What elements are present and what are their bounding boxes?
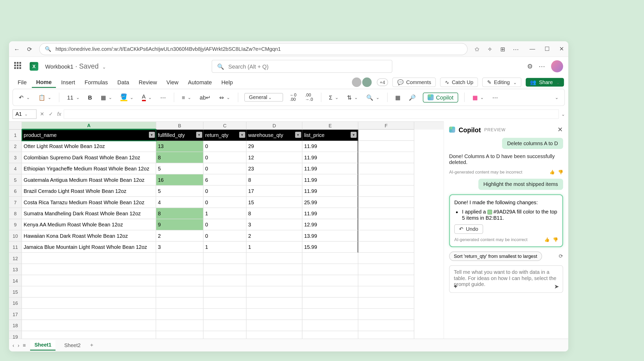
- presence-avatar[interactable]: [361, 77, 372, 88]
- formula-expand-icon[interactable]: ⌄: [561, 112, 565, 116]
- cell[interactable]: 29: [247, 141, 302, 152]
- analyze-data-button[interactable]: 🔎: [407, 94, 418, 101]
- sheet-tab[interactable]: Sheet2: [60, 340, 85, 350]
- col-header[interactable]: C: [204, 122, 247, 130]
- cell[interactable]: [204, 309, 247, 320]
- cell[interactable]: [22, 286, 156, 298]
- thumbs-up-icon[interactable]: 👍: [549, 170, 555, 174]
- cell[interactable]: 8: [247, 208, 302, 219]
- add-sheet-icon[interactable]: ＋: [89, 341, 94, 349]
- address-bar[interactable]: 🔍 https://onedrive.live.com/:w:/t/EaCKkP…: [39, 43, 468, 55]
- cell[interactable]: [358, 309, 414, 320]
- decrease-decimal-button[interactable]: .00→.0: [303, 93, 315, 102]
- row-header[interactable]: 16: [9, 298, 22, 309]
- cell[interactable]: 3: [247, 219, 302, 230]
- fx-icon[interactable]: fx: [57, 111, 61, 117]
- cell[interactable]: [156, 320, 204, 331]
- cell[interactable]: [247, 309, 302, 320]
- cell[interactable]: [22, 264, 156, 275]
- tab-file[interactable]: File: [13, 77, 31, 87]
- sheet-prev-icon[interactable]: ‹: [12, 342, 14, 348]
- cell[interactable]: 6: [204, 174, 247, 185]
- cell[interactable]: [302, 320, 358, 331]
- cell[interactable]: [22, 275, 156, 286]
- more-font-icon[interactable]: ⋯: [158, 94, 167, 101]
- cell[interactable]: [156, 298, 204, 309]
- cell[interactable]: [247, 286, 302, 298]
- cell[interactable]: 0: [204, 141, 247, 152]
- row-header[interactable]: 5: [9, 174, 22, 185]
- bold-button[interactable]: B: [86, 94, 94, 101]
- cancel-formula-icon[interactable]: ✕: [40, 111, 44, 117]
- row-header[interactable]: 13: [9, 264, 22, 275]
- cell[interactable]: [302, 253, 358, 264]
- cell[interactable]: [247, 253, 302, 264]
- cell[interactable]: 16: [156, 174, 204, 185]
- cell[interactable]: 5: [156, 186, 204, 197]
- row-header[interactable]: 18: [9, 320, 22, 331]
- cell[interactable]: 17: [247, 186, 302, 197]
- cell[interactable]: Guatemala Antigua Medium Roast Whole Bea…: [22, 174, 156, 185]
- cell[interactable]: Kenya AA Medium Roast Whole Bean 12oz: [22, 219, 156, 230]
- cell[interactable]: [156, 253, 204, 264]
- cell[interactable]: 8: [247, 174, 302, 185]
- cell[interactable]: Jamaica Blue Mountain Light Roast Whole …: [22, 242, 156, 253]
- cell[interactable]: [302, 298, 358, 309]
- cell[interactable]: 11.99: [302, 208, 358, 219]
- cell[interactable]: [22, 309, 156, 320]
- tab-view[interactable]: View: [162, 77, 183, 87]
- cell[interactable]: [358, 264, 414, 275]
- close-icon[interactable]: ✕: [559, 46, 564, 52]
- number-format-select[interactable]: General: [244, 93, 283, 102]
- row-header[interactable]: 12: [9, 253, 22, 264]
- sheet-tab[interactable]: Sheet1: [30, 340, 56, 350]
- enter-formula-icon[interactable]: ✓: [49, 111, 53, 117]
- cell[interactable]: [358, 186, 414, 197]
- borders-button[interactable]: ▦: [99, 94, 114, 101]
- name-box[interactable]: A1⌄: [12, 109, 37, 119]
- cell[interactable]: 4: [156, 197, 204, 208]
- cell[interactable]: [358, 208, 414, 219]
- cell[interactable]: [22, 253, 156, 264]
- cell[interactable]: product_name▾: [22, 130, 156, 141]
- cell[interactable]: 0: [204, 186, 247, 197]
- cell[interactable]: 0: [204, 163, 247, 174]
- cell[interactable]: [156, 309, 204, 320]
- cell[interactable]: [247, 264, 302, 275]
- filter-icon[interactable]: ▾: [239, 132, 245, 138]
- cell[interactable]: 2: [156, 230, 204, 241]
- cell[interactable]: 0: [204, 152, 247, 163]
- col-header[interactable]: D: [247, 122, 302, 130]
- sort-filter-button[interactable]: ⇅: [345, 94, 359, 101]
- fill-color-button[interactable]: 🪣: [119, 93, 135, 101]
- cell[interactable]: [22, 320, 156, 331]
- tab-automate[interactable]: Automate: [184, 77, 216, 87]
- cell[interactable]: 15.99: [302, 242, 358, 253]
- find-button[interactable]: 🔍: [365, 94, 381, 101]
- presence-more[interactable]: +4: [377, 78, 388, 86]
- align-button[interactable]: ≡: [180, 94, 193, 101]
- cell[interactable]: Costa Rica Tarrazu Medium Roast Whole Be…: [22, 197, 156, 208]
- cell[interactable]: Ethiopian Yirgacheffe Medium Roast Whole…: [22, 163, 156, 174]
- tab-formulas[interactable]: Formulas: [80, 77, 112, 87]
- cell[interactable]: 12.99: [302, 219, 358, 230]
- row-header[interactable]: 9: [9, 219, 22, 230]
- font-color-button[interactable]: A: [140, 93, 153, 101]
- cell[interactable]: [156, 275, 204, 286]
- settings-icon[interactable]: ⚙: [527, 62, 533, 70]
- cell[interactable]: [302, 286, 358, 298]
- cell[interactable]: [204, 275, 247, 286]
- minimize-icon[interactable]: —: [530, 46, 535, 52]
- back-icon[interactable]: ←: [13, 45, 20, 52]
- col-header[interactable]: A: [22, 122, 156, 130]
- cell[interactable]: 9: [156, 219, 204, 230]
- cell[interactable]: [358, 286, 414, 298]
- thumbs-down-icon[interactable]: 👎: [558, 170, 563, 174]
- tab-help[interactable]: Help: [217, 77, 237, 87]
- send-icon[interactable]: ➤: [554, 283, 559, 290]
- close-panel-icon[interactable]: ✕: [557, 126, 563, 134]
- comments-button[interactable]: 💬Comments: [392, 78, 436, 87]
- cell[interactable]: [302, 264, 358, 275]
- row-header[interactable]: 15: [9, 286, 22, 298]
- more-icon[interactable]: ⋯: [512, 45, 519, 52]
